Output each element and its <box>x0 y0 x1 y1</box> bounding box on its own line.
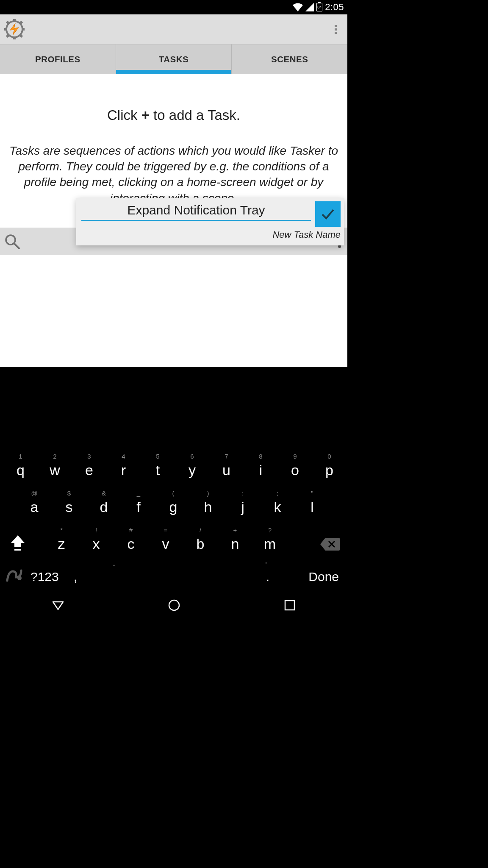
home-nav-icon[interactable] <box>168 599 180 612</box>
active-tab-indicator <box>116 70 232 74</box>
numeric-toggle-key[interactable]: ?123 <box>30 570 59 584</box>
cell-signal-icon <box>305 3 314 11</box>
key-w[interactable]: 2w <box>38 453 72 479</box>
clock: 2:05 <box>325 2 344 13</box>
shift-key[interactable] <box>10 534 25 551</box>
dash-symbol: - <box>113 560 115 570</box>
key-p[interactable]: 0p <box>312 453 347 479</box>
tasker-app-icon[interactable] <box>4 19 25 39</box>
svg-point-12 <box>17 576 22 580</box>
app-header <box>0 14 347 44</box>
overflow-menu-icon[interactable] <box>330 24 341 34</box>
svg-rect-2 <box>13 36 16 39</box>
tab-scenes[interactable]: SCENES <box>231 44 347 74</box>
keyboard-row-1: 1q2w3e4r5t6y7u8i9o0p <box>2 448 346 484</box>
task-name-input[interactable] <box>81 201 311 221</box>
key-s[interactable]: $s <box>52 490 86 515</box>
key-c[interactable]: #c <box>114 527 148 552</box>
svg-rect-3 <box>4 28 7 31</box>
keyboard-row-2: @a$s&d_f(g)h:j;k"l <box>2 484 346 521</box>
key-n[interactable]: +n <box>218 527 252 552</box>
apostrophe-symbol: ' <box>265 560 267 570</box>
key-h[interactable]: )h <box>191 490 225 515</box>
tab-label-tasks: TASKS <box>159 54 189 64</box>
keyboard-row-4: ?123 , - . ' Done <box>2 558 346 592</box>
battery-icon: 84 <box>316 3 322 11</box>
key-f[interactable]: _f <box>121 490 156 515</box>
hint-title: Click + to add a Task. <box>0 107 347 123</box>
key-j[interactable]: :j <box>225 490 260 515</box>
wifi-icon <box>293 3 303 11</box>
key-l[interactable]: "l <box>295 490 330 515</box>
tab-tasks[interactable]: TASKS <box>116 44 232 74</box>
done-key[interactable]: Done <box>308 570 339 584</box>
hint-body: Tasks are sequences of actions which you… <box>0 143 347 206</box>
backspace-key[interactable] <box>320 537 340 551</box>
navigation-bar <box>0 593 347 617</box>
svg-rect-1 <box>13 19 16 22</box>
key-k[interactable]: ;k <box>260 490 295 515</box>
tab-profiles[interactable]: PROFILES <box>0 44 116 74</box>
recents-nav-icon[interactable] <box>284 599 296 611</box>
status-bar: 84 2:05 <box>0 0 347 14</box>
comma-key[interactable]: , <box>74 570 77 584</box>
key-i[interactable]: 8i <box>244 453 278 479</box>
confirm-button[interactable] <box>315 201 341 227</box>
tab-label-scenes: SCENES <box>271 54 308 64</box>
key-q[interactable]: 1q <box>3 453 38 479</box>
key-d[interactable]: &d <box>86 490 121 515</box>
dialog-label: New Task Name <box>81 229 341 240</box>
svg-line-10 <box>14 244 19 248</box>
svg-rect-4 <box>22 28 25 31</box>
new-task-dialog: New Task Name <box>76 198 344 245</box>
search-icon[interactable] <box>4 234 20 250</box>
tab-bar: PROFILES TASKS SCENES <box>0 44 347 74</box>
key-v[interactable]: =v <box>148 527 183 552</box>
key-u[interactable]: 7u <box>209 453 244 479</box>
swype-icon[interactable] <box>6 568 23 584</box>
key-r[interactable]: 4r <box>106 453 141 479</box>
key-b[interactable]: /b <box>183 527 218 552</box>
key-m[interactable]: ?m <box>252 527 287 552</box>
key-a[interactable]: @a <box>17 490 52 515</box>
key-y[interactable]: 6y <box>175 453 209 479</box>
keyboard[interactable]: 1q2w3e4r5t6y7u8i9o0p @a$s&d_f(g)h:j;k"l … <box>0 443 347 593</box>
key-g[interactable]: (g <box>156 490 191 515</box>
keyboard-row-3: *z!x#c=v/b+n?m <box>2 521 346 558</box>
svg-point-13 <box>169 600 179 610</box>
key-x[interactable]: !x <box>79 527 114 552</box>
tab-label-profiles: PROFILES <box>35 54 80 64</box>
key-e[interactable]: 3e <box>72 453 106 479</box>
svg-rect-11 <box>14 549 21 551</box>
back-nav-icon[interactable] <box>52 599 64 612</box>
key-z[interactable]: *z <box>44 527 79 552</box>
key-t[interactable]: 5t <box>141 453 175 479</box>
key-o[interactable]: 9o <box>278 453 312 479</box>
svg-rect-14 <box>285 601 294 610</box>
check-icon <box>320 206 336 222</box>
period-key[interactable]: . <box>266 570 269 584</box>
